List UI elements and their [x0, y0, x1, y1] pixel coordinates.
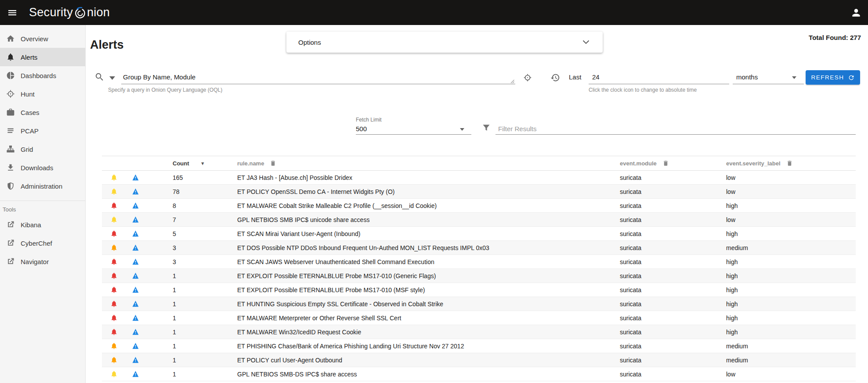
severity-bell-icon[interactable]: [110, 230, 118, 237]
resize-handle-icon[interactable]: [510, 79, 514, 83]
table-row[interactable]: 1 ET PHISHING Chase/Bank of America Phis…: [102, 339, 856, 353]
cell-rule-name[interactable]: GPL NETBIOS SMB IPC$ unicode share acces…: [237, 213, 620, 227]
remove-column-rule-icon[interactable]: [270, 160, 276, 167]
severity-bell-icon[interactable]: [110, 244, 118, 251]
alert-warning-icon[interactable]: [132, 300, 139, 308]
sidebar-item-hunt[interactable]: Hunt: [0, 85, 85, 103]
sidebar-item-overview[interactable]: Overview: [0, 29, 85, 48]
cell-rule-name[interactable]: ET JA3 Hash - [Abuse.ch] Possible Dridex: [237, 171, 620, 185]
severity-bell-icon[interactable]: [110, 300, 118, 308]
table-row[interactable]: 8 ET MALWARE Cobalt Strike Malleable C2 …: [102, 199, 856, 213]
onion-swirl-icon: [73, 7, 87, 20]
cell-rule-name[interactable]: ET POLICY curl User-Agent Outbound: [237, 353, 620, 367]
fetch-limit-select[interactable]: 500: [356, 125, 367, 132]
sidebar-tool-kibana[interactable]: Kibana: [0, 215, 85, 234]
logo-text-right: nion: [87, 6, 110, 19]
sidebar-item-grid[interactable]: Grid: [0, 140, 85, 158]
time-range-value-input[interactable]: 24: [592, 73, 600, 81]
cell-severity-label: high: [726, 283, 856, 297]
sort-desc-icon[interactable]: ▾: [202, 161, 204, 166]
severity-bell-icon[interactable]: [110, 356, 118, 364]
time-unit-caret-icon[interactable]: [792, 76, 796, 79]
sidebar-item-downloads[interactable]: Downloads: [0, 158, 85, 177]
query-dropdown-caret-icon[interactable]: [109, 76, 115, 80]
table-row[interactable]: 1 ET POLICY curl User-Agent Outbound sur…: [102, 353, 856, 367]
cell-rule-name[interactable]: ET SCAN JAWS Webserver Unauthenticated S…: [237, 255, 620, 269]
crosshair-target-icon[interactable]: [523, 73, 532, 82]
cell-severity-label: high: [726, 297, 856, 311]
severity-bell-icon[interactable]: [110, 188, 118, 195]
alert-warning-icon[interactable]: [132, 370, 139, 378]
sidebar-item-cases[interactable]: Cases: [0, 103, 85, 122]
time-unit-select[interactable]: months: [736, 73, 758, 81]
severity-bell-icon[interactable]: [110, 216, 118, 223]
severity-bell-icon[interactable]: [110, 258, 118, 265]
cell-rule-name[interactable]: ET SCAN Mirai Variant User-Agent (Inboun…: [237, 227, 620, 241]
table-row[interactable]: 7 GPL NETBIOS SMB IPC$ unicode share acc…: [102, 213, 856, 227]
alert-warning-icon[interactable]: [132, 202, 139, 209]
severity-bell-icon[interactable]: [110, 174, 118, 181]
severity-bell-icon[interactable]: [110, 328, 118, 336]
alert-warning-icon[interactable]: [132, 230, 139, 237]
hamburger-menu-icon[interactable]: [7, 7, 18, 18]
alert-warning-icon[interactable]: [132, 244, 139, 251]
table-row[interactable]: 1 GPL NETBIOS SMB-DS IPC$ share access s…: [102, 367, 856, 381]
alert-warning-icon[interactable]: [132, 216, 139, 223]
options-panel[interactable]: Options: [286, 32, 603, 53]
table-row[interactable]: 1 ET HUNTING Suspicious Empty SSL Certif…: [102, 297, 856, 311]
home-icon: [6, 34, 15, 43]
table-row[interactable]: 165 ET JA3 Hash - [Abuse.ch] Possible Dr…: [102, 171, 856, 185]
sidebar-item-alerts[interactable]: Alerts: [0, 48, 85, 66]
alert-warning-icon[interactable]: [132, 188, 139, 195]
alert-warning-icon[interactable]: [132, 286, 139, 294]
sidebar-tool-cyberchef[interactable]: CyberChef: [0, 234, 85, 252]
col-event-severity[interactable]: event.severity_label: [726, 156, 856, 171]
severity-bell-icon[interactable]: [110, 272, 118, 279]
cell-rule-name[interactable]: ET MALWARE Cobalt Strike Malleable C2 Pr…: [237, 199, 620, 213]
cell-rule-name[interactable]: ET MALWARE Win32/IcedID Request Cookie: [237, 325, 620, 339]
alert-warning-icon[interactable]: [132, 328, 139, 336]
severity-bell-icon[interactable]: [110, 370, 118, 378]
table-row[interactable]: 3 ET SCAN JAWS Webserver Unauthenticated…: [102, 255, 856, 269]
remove-column-module-icon[interactable]: [662, 160, 669, 167]
col-rule-name[interactable]: rule.name: [237, 156, 620, 171]
cell-rule-name[interactable]: ET HUNTING Suspicious Empty SSL Certific…: [237, 297, 620, 311]
severity-bell-icon[interactable]: [110, 202, 118, 209]
sidebar-item-dashboards[interactable]: Dashboards: [0, 66, 85, 85]
cell-rule-name[interactable]: GPL NETBIOS SMB-DS IPC$ share access: [237, 367, 620, 381]
alert-warning-icon[interactable]: [132, 342, 139, 350]
sidebar-item-administration[interactable]: Administration: [0, 177, 85, 195]
cell-rule-name[interactable]: ET EXPLOIT Possible ETERNALBLUE Probe MS…: [237, 283, 620, 297]
severity-bell-icon[interactable]: [110, 286, 118, 294]
severity-bell-icon[interactable]: [110, 342, 118, 350]
alert-warning-icon[interactable]: [132, 314, 139, 322]
cell-rule-name[interactable]: ET POLICY OpenSSL Demo CA - Internet Wid…: [237, 185, 620, 199]
alert-warning-icon[interactable]: [132, 258, 139, 265]
table-row[interactable]: 1 ET MALWARE Win32/IcedID Request Cookie…: [102, 325, 856, 339]
remove-column-severity-icon[interactable]: [786, 160, 793, 167]
cell-rule-name[interactable]: ET DOS Possible NTP DDoS Inbound Frequen…: [237, 241, 620, 255]
table-row[interactable]: 1 ET MALWARE Meterpreter or Other Revers…: [102, 311, 856, 325]
cell-rule-name[interactable]: ET MALWARE Meterpreter or Other Reverse …: [237, 311, 620, 325]
cell-rule-name[interactable]: ET EXPLOIT Possible ETERNALBLUE Probe MS…: [237, 269, 620, 283]
table-row[interactable]: 3 ET DOS Possible NTP DDoS Inbound Frequ…: [102, 241, 856, 255]
col-count[interactable]: Count▾: [145, 156, 237, 171]
table-row[interactable]: 1 ET EXPLOIT Possible ETERNALBLUE Probe …: [102, 283, 856, 297]
col-event-module[interactable]: event.module: [620, 156, 726, 171]
fetch-limit-caret-icon[interactable]: [460, 128, 464, 131]
alert-warning-icon[interactable]: [132, 174, 139, 181]
alert-warning-icon[interactable]: [132, 356, 139, 364]
refresh-button[interactable]: REFRESH: [806, 70, 860, 85]
sidebar-item-pcap[interactable]: PCAP: [0, 122, 85, 140]
query-input[interactable]: Group By Name, Module: [123, 73, 195, 81]
severity-bell-icon[interactable]: [110, 314, 118, 322]
alert-warning-icon[interactable]: [132, 272, 139, 279]
cell-rule-name[interactable]: ET PHISHING Chase/Bank of America Phishi…: [237, 339, 620, 353]
table-row[interactable]: 78 ET POLICY OpenSSL Demo CA - Internet …: [102, 185, 856, 199]
table-row[interactable]: 1 ET EXPLOIT Possible ETERNALBLUE Probe …: [102, 269, 856, 283]
filter-results-input[interactable]: Filter Results: [498, 125, 537, 132]
user-account-icon[interactable]: [850, 7, 862, 18]
history-clock-icon[interactable]: [550, 73, 560, 82]
table-row[interactable]: 5 ET SCAN Mirai Variant User-Agent (Inbo…: [102, 227, 856, 241]
sidebar-tool-navigator[interactable]: Navigator: [0, 252, 85, 271]
